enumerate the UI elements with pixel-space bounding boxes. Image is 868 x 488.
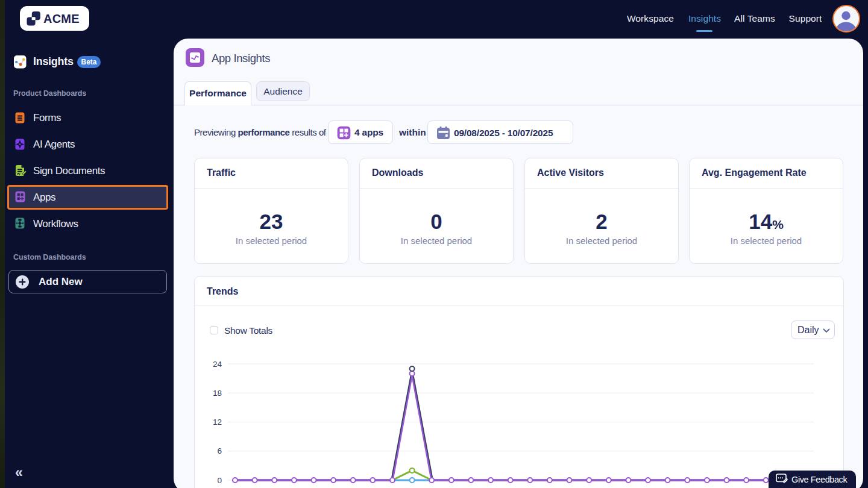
svg-text:24: 24 (212, 360, 222, 369)
svg-text:6: 6 (217, 446, 222, 455)
svg-text:12: 12 (212, 418, 221, 427)
svg-text:0: 0 (217, 476, 222, 485)
svg-text:18: 18 (212, 389, 221, 398)
